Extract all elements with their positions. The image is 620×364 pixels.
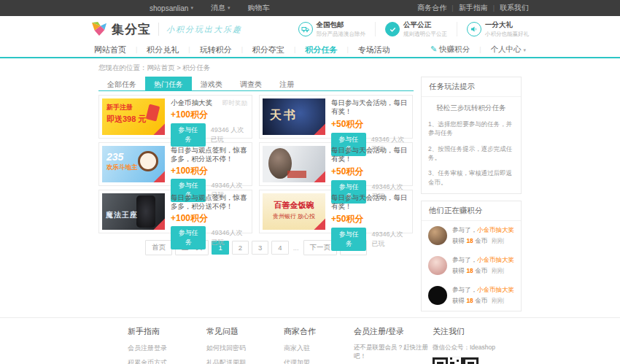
breadcrumb-separator: > bbox=[177, 63, 181, 71]
divider: | bbox=[294, 46, 295, 53]
nav-points-tasks[interactable]: 积分任务 bbox=[302, 44, 340, 55]
footer-col-title: 新手指南 bbox=[128, 326, 206, 337]
footer-col-title: 关注我们 bbox=[433, 326, 522, 337]
divider bbox=[375, 22, 376, 36]
thumb-text: 贵州银行 放心投 bbox=[263, 211, 325, 220]
cart-link[interactable]: 购物车 bbox=[247, 3, 269, 13]
task-title-link[interactable]: 每日参与天会活动，每日有奖！ bbox=[331, 146, 409, 164]
task-card: 新手注册 即送398 元 小金币抽大奖 即时奖励 +100积分 参与任务 493… bbox=[98, 95, 252, 139]
account-center-menu[interactable]: 个人中心▾ bbox=[487, 44, 529, 55]
tips-subtitle: 轻松三步玩转积分任务 bbox=[428, 104, 514, 113]
badge-title: 全国包邮 bbox=[317, 20, 366, 30]
task-thumbnail: 235 欢乐斗地主 bbox=[102, 146, 165, 182]
nav-special-events[interactable]: 专场活动 bbox=[355, 44, 393, 55]
breadcrumb-prefix: 您现在的位置： bbox=[98, 63, 147, 71]
earning-amount: 18 bbox=[466, 267, 473, 274]
earning-prefix: 参与了， bbox=[452, 226, 477, 233]
footer-link[interactable]: 商家入驻 bbox=[284, 344, 354, 353]
footer-col-title: 商家合作 bbox=[284, 326, 354, 337]
register-note: 还不是联盟会员？赶快注册吧！ bbox=[354, 344, 433, 361]
page-3-button[interactable]: 3 bbox=[252, 241, 268, 255]
earning-task-link[interactable]: 小金币抽大奖 bbox=[477, 226, 514, 233]
badge-one-cent-gift: 一分大礼 小积分也能赢好礼 bbox=[467, 20, 529, 38]
earning-item: 参与了，小金币抽大奖 获得 18 金币刚刚 bbox=[422, 251, 521, 281]
task-tips-box: 任务玩法提示 轻松三步玩转积分任务 1、选择您想要参与的任务，并参与任务 2、按… bbox=[421, 77, 522, 194]
shield-check-icon bbox=[385, 22, 400, 36]
task-tag: 即时奖励 bbox=[222, 99, 247, 108]
account-menu[interactable]: shopsanlian▾ bbox=[150, 3, 193, 13]
divider: | bbox=[452, 4, 453, 12]
nav-play-points[interactable]: 玩转积分 bbox=[197, 44, 235, 55]
avatar bbox=[428, 226, 447, 245]
earning-got: 获得 bbox=[452, 267, 465, 274]
divider: | bbox=[346, 46, 348, 53]
footer-link[interactable]: 礼品配送周期 bbox=[206, 358, 284, 364]
thumb-text: 魔法王座 bbox=[106, 210, 138, 220]
earning-unit: 金币 bbox=[475, 267, 487, 274]
footer-link[interactable]: 代理加盟 bbox=[284, 358, 354, 364]
business-coop-link[interactable]: 商务合作 bbox=[417, 3, 446, 13]
thumb-text: 百善金饭碗 bbox=[263, 193, 325, 211]
join-task-button[interactable]: 参与任务 bbox=[171, 226, 206, 249]
tab-survey[interactable]: 调查类 bbox=[231, 77, 271, 90]
task-title-link[interactable]: 每日参与观点签到，惊喜多多，积分送不停！ bbox=[171, 193, 249, 212]
join-task-button[interactable]: 参与任务 bbox=[171, 123, 206, 147]
task-card: 百善金饭碗 贵州银行 放心投 每日参与天会活动，每日有奖！ +50积分 参与任务… bbox=[259, 190, 413, 233]
join-task-button[interactable]: 参与任务 bbox=[331, 228, 366, 251]
badge-subtitle: 规则透明公平公正 bbox=[403, 31, 447, 38]
earning-prefix: 参与了， bbox=[452, 286, 477, 293]
breadcrumb-home-link[interactable]: 网站首页 bbox=[147, 63, 175, 71]
badge-fairness: 公平公正 规则透明公平公正 bbox=[385, 20, 447, 38]
footer-link[interactable]: 会员注册登录 bbox=[128, 344, 206, 353]
newbie-guide-link[interactable]: 新手指南 bbox=[459, 3, 488, 13]
earning-amount: 18 bbox=[466, 297, 473, 304]
footer-link[interactable]: 如何找回密码 bbox=[206, 344, 284, 353]
task-title-link[interactable]: 每日参与观点签到，惊喜多多，积分送不停！ bbox=[171, 146, 249, 164]
portrait-graphic bbox=[136, 195, 155, 228]
earning-amount: 18 bbox=[466, 237, 473, 244]
pencil-icon: ✎ bbox=[430, 44, 437, 53]
footer-col-title: 会员注册/登录 bbox=[354, 326, 433, 337]
tip-step: 2、按照任务提示，逐步完成任务。 bbox=[428, 144, 514, 163]
nav-points-exchange[interactable]: 积分兑礼 bbox=[144, 44, 182, 55]
cartoon-face-graphic bbox=[138, 151, 158, 171]
task-card: 235 欢乐斗地主 每日参与观点签到，惊喜多多，积分送不停！ +100积分 参与… bbox=[98, 142, 252, 186]
footer-link[interactable]: 积累金币方式 bbox=[128, 358, 206, 364]
contact-us-link[interactable]: 联系我们 bbox=[500, 3, 529, 13]
breadcrumb: 您现在的位置：网站首页 > 积分任务 bbox=[98, 63, 522, 73]
chevron-down-icon: ▾ bbox=[190, 5, 193, 11]
logo-icon bbox=[91, 22, 107, 36]
corner-ribbon bbox=[314, 171, 325, 182]
divider: | bbox=[493, 4, 495, 12]
badge-subtitle: 部分产品港澳台除外 bbox=[317, 31, 366, 38]
tips-box-title: 任务玩法提示 bbox=[422, 77, 521, 97]
earning-item: 参与了，小金币抽大奖 获得 18 金币刚刚 bbox=[422, 221, 521, 251]
earning-task-link[interactable]: 小金币抽大奖 bbox=[477, 286, 514, 293]
tip-step: 1、选择您想要参与的任务，并参与任务 bbox=[428, 120, 514, 138]
task-points: +50积分 bbox=[331, 118, 409, 131]
task-points: +50积分 bbox=[331, 166, 409, 178]
tab-game[interactable]: 游戏类 bbox=[192, 77, 231, 90]
quick-earn-points-link[interactable]: ✎快赚积分 bbox=[427, 44, 473, 55]
tab-register[interactable]: 注册 bbox=[271, 77, 303, 90]
task-title-link[interactable]: 每日参与天会活动，每日有奖！ bbox=[331, 193, 409, 212]
tab-hot-tasks[interactable]: 热门任务 bbox=[145, 77, 192, 90]
nav-points-treasure[interactable]: 积分夺宝 bbox=[249, 44, 287, 55]
task-thumbnail: 百善金饭碗 贵州银行 放心投 bbox=[263, 193, 325, 230]
messages-menu[interactable]: 消息▾ bbox=[211, 3, 230, 13]
badge-title: 公平公正 bbox=[403, 20, 447, 30]
tab-all-tasks[interactable]: 全部任务 bbox=[98, 77, 145, 90]
divider bbox=[158, 23, 159, 36]
task-thumbnail: 魔法王座 bbox=[102, 193, 165, 230]
earning-unit: 金币 bbox=[475, 237, 487, 244]
breadcrumb-current: 积分任务 bbox=[182, 63, 210, 71]
earning-task-link[interactable]: 小金币抽大奖 bbox=[477, 256, 514, 263]
site-logo[interactable]: 集分宝 bbox=[91, 21, 151, 38]
main-nav: 网站首页 | 积分兑礼 | 玩转积分 | 积分夺宝 | 积分任务 | 专场活动 … bbox=[0, 42, 620, 58]
page-first-button[interactable]: 首页 bbox=[145, 240, 172, 255]
task-points: +100积分 bbox=[171, 212, 249, 225]
nav-home[interactable]: 网站首页 bbox=[91, 44, 129, 55]
page-4-button[interactable]: 4 bbox=[271, 241, 288, 255]
earning-unit: 金币 bbox=[475, 297, 487, 304]
task-title-link[interactable]: 每日参与天会活动，每日有奖！ bbox=[331, 98, 409, 117]
